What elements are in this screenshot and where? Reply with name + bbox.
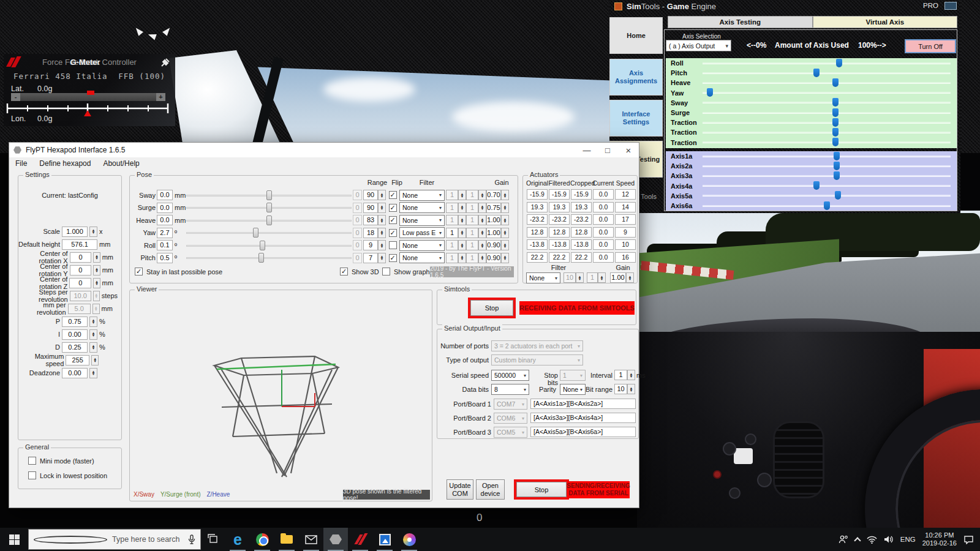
spinner[interactable]: ▲▼	[501, 253, 509, 263]
people-icon[interactable]	[839, 535, 848, 544]
taskbar-app-simtools[interactable]	[397, 528, 421, 551]
axis-slider[interactable]	[703, 112, 951, 114]
clock[interactable]: 10:26 PM 2019-02-16	[922, 531, 957, 547]
axis-slider[interactable]	[703, 92, 951, 94]
axis-slider[interactable]	[703, 82, 951, 84]
range-field[interactable]: 9	[363, 240, 378, 250]
data-bits-dropdown[interactable]: 8▾	[491, 384, 529, 395]
ffb-minus-button[interactable]: -	[11, 93, 20, 101]
ffb-gain-bar[interactable]: - +	[11, 93, 165, 101]
axis-slider[interactable]	[703, 72, 951, 74]
interval-field[interactable]: 1	[614, 370, 627, 380]
pose-slider[interactable]	[186, 215, 352, 226]
spinner[interactable]: ▲▼	[626, 272, 634, 283]
sidebar-item-axis-assignments[interactable]: Axis Assignments	[609, 59, 663, 96]
show-3d-checkbox[interactable]	[340, 268, 348, 276]
spinner[interactable]: ▲▼	[501, 203, 509, 213]
parity-dropdown[interactable]: None▾	[560, 384, 586, 395]
ffb-plus-button[interactable]: +	[156, 93, 165, 101]
spinner[interactable]: ▲▼	[89, 317, 97, 327]
spinner[interactable]: ▲▼	[627, 370, 635, 380]
spinner[interactable]: ▲▼	[501, 215, 509, 225]
spinner[interactable]: ▲▼	[93, 252, 100, 263]
tab-axis-testing[interactable]: Axis Testing	[668, 16, 813, 28]
turn-off-button[interactable]: Turn Off	[905, 39, 956, 53]
spinner[interactable]: ▲▼	[627, 384, 635, 394]
p-field[interactable]: 0.75	[62, 317, 88, 327]
scale-field[interactable]: 1.000	[62, 227, 88, 237]
spinner[interactable]: ▲▼	[501, 240, 509, 250]
spinner[interactable]: ▲▼	[378, 240, 386, 250]
mini-mode-checkbox[interactable]	[28, 457, 36, 465]
filter-dropdown[interactable]: None▾	[399, 240, 445, 251]
range-field[interactable]: 7	[363, 253, 378, 263]
actuator-gain-field[interactable]: 1.00	[610, 272, 626, 283]
slider-thumb[interactable]	[835, 191, 841, 200]
slider-thumb[interactable]	[813, 181, 820, 190]
spinner[interactable]: ▲▼	[378, 253, 386, 263]
taskbar-app-explorer[interactable]	[274, 528, 299, 551]
task-view-button[interactable]	[201, 528, 225, 551]
rotation-z-field[interactable]: 0	[69, 278, 91, 288]
taskbar-app-assetto-corsa[interactable]	[348, 528, 372, 551]
rotation-x-field[interactable]: 0	[70, 252, 92, 263]
gain-field[interactable]: 1.00	[486, 228, 501, 238]
range-field[interactable]: 18	[363, 228, 378, 238]
pose-value[interactable]: 0.5	[157, 253, 173, 263]
slider-thumb[interactable]	[832, 128, 839, 137]
axis-slider[interactable]	[703, 102, 951, 103]
axis-slider[interactable]	[703, 132, 951, 133]
flip-checkbox[interactable]	[389, 229, 397, 237]
tray-expand-icon[interactable]	[854, 537, 861, 544]
axis-slider[interactable]	[703, 195, 951, 197]
pose-slider[interactable]	[186, 190, 352, 201]
pose-value[interactable]: 0.0	[157, 215, 173, 225]
flip-checkbox[interactable]	[389, 241, 397, 249]
search-box[interactable]: Type here to search	[28, 529, 201, 550]
pin-icon[interactable]	[160, 58, 170, 67]
gain-field[interactable]: 1.00	[486, 215, 501, 225]
spinner[interactable]: ▲▼	[89, 342, 97, 353]
flip-checkbox[interactable]	[389, 191, 397, 199]
action-center-icon[interactable]	[963, 535, 974, 544]
tab-virtual-axis[interactable]: Virtual Axis	[813, 16, 958, 28]
axis-slider[interactable]	[703, 122, 951, 124]
window-control-icon[interactable]	[944, 2, 957, 10]
range-field[interactable]: 90	[363, 203, 378, 213]
gain-field[interactable]: 0.70	[486, 190, 501, 200]
filter-dropdown[interactable]: None▾	[399, 215, 445, 226]
slider-thumb[interactable]	[813, 69, 820, 77]
gain-field[interactable]: 0.75	[486, 203, 501, 213]
language-indicator[interactable]: ENG	[900, 536, 916, 543]
axis-slider[interactable]	[703, 175, 951, 177]
spinner[interactable]: ▲▼	[378, 190, 386, 200]
bit-range-field[interactable]: 10	[614, 384, 627, 394]
actuator-filter-dropdown[interactable]: None▾	[526, 272, 560, 283]
lock-lowest-checkbox[interactable]	[28, 471, 36, 479]
pose-value[interactable]: 0.0	[157, 203, 173, 213]
deadzone-field[interactable]: 0.00	[62, 368, 88, 378]
update-com-button[interactable]: Update COM	[447, 479, 473, 500]
show-graphic-checkbox[interactable]	[382, 268, 390, 276]
slider-thumb[interactable]	[824, 201, 830, 210]
gain-field[interactable]: 0.90	[486, 253, 501, 263]
i-field[interactable]: 0.00	[62, 329, 88, 340]
axis-slider[interactable]	[703, 156, 951, 157]
spinner[interactable]: ▲▼	[93, 278, 100, 288]
maximize-button[interactable]: □	[597, 143, 618, 157]
pose-value[interactable]: 2.7	[157, 228, 173, 238]
axis-slider[interactable]	[703, 62, 951, 64]
start-button[interactable]	[0, 528, 28, 551]
menu-about-help[interactable]: About/Help	[97, 159, 145, 168]
spinner[interactable]: ▲▼	[89, 227, 97, 237]
pose-slider[interactable]	[186, 227, 352, 238]
microphone-icon[interactable]	[188, 534, 195, 544]
pose-slider[interactable]	[186, 252, 352, 263]
axis-slider[interactable]	[703, 205, 951, 207]
spinner[interactable]: ▲▼	[378, 215, 386, 225]
flip-checkbox[interactable]	[389, 254, 397, 262]
flip-checkbox[interactable]	[389, 204, 397, 212]
pose-slider[interactable]	[186, 240, 352, 251]
d-field[interactable]: 0.25	[62, 342, 88, 353]
close-button[interactable]: ×	[618, 143, 639, 157]
